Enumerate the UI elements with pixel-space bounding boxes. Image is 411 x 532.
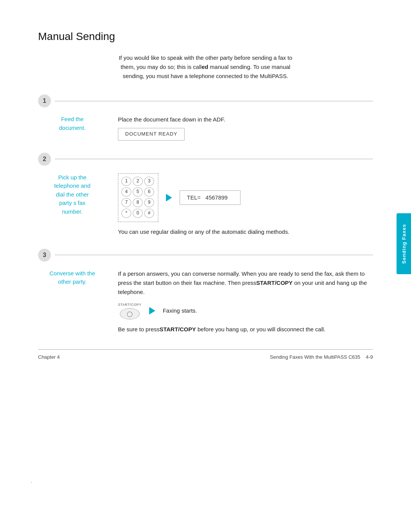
- step-2-label: Pick up thetelephone anddial the otherpa…: [42, 173, 103, 236]
- step-1-body: Place the document face down in the ADF.…: [118, 115, 373, 141]
- key-hash: #: [144, 209, 154, 218]
- doc-ready-box: DOCUMENT READY: [118, 128, 185, 141]
- side-tab-label: Sending Faxes: [401, 224, 407, 264]
- step3-visual: START/COPY ◯ Faxing starts.: [118, 302, 373, 320]
- side-tab: Sending Faxes: [397, 213, 411, 274]
- faxing-starts-text: Faxing starts.: [163, 306, 197, 315]
- step-3-body: If a person answers, you can converse no…: [118, 269, 373, 334]
- intro-text: If you would like to speak with the othe…: [38, 53, 373, 81]
- step2-arrow: [166, 194, 172, 201]
- step-2-header: 2: [38, 153, 373, 166]
- page-container: Sending Faxes Manual Sending If you woul…: [0, 0, 411, 532]
- step-2-body: 1 2 3 4 5 6 7 8 9 * 0 #: [118, 173, 373, 236]
- step3-main: If a person answers, you can converse no…: [118, 269, 373, 297]
- key-0: 0: [133, 209, 143, 218]
- key-6: 6: [144, 187, 154, 197]
- step-1-circle: 1: [38, 94, 51, 107]
- step-1-line: [55, 101, 373, 101]
- step-3-header: 3: [38, 249, 373, 262]
- step-2-circle: 2: [38, 153, 51, 166]
- key-2: 2: [133, 177, 143, 186]
- key-1: 1: [121, 177, 131, 186]
- tel-box: TEL= 4567899: [180, 190, 241, 205]
- oval-button: ◯: [120, 308, 140, 320]
- footer-title-page: Sending Faxes With the MultiPASS C635 4-…: [270, 354, 373, 360]
- keypad: 1 2 3 4 5 6 7 8 9 * 0 #: [118, 173, 158, 222]
- step3-note: Be sure to pressSTART/COPY before you ha…: [118, 325, 373, 334]
- key-8: 8: [133, 198, 143, 207]
- footer: Chapter 4 Sending Faxes With the MultiPA…: [38, 354, 373, 360]
- key-5: 5: [133, 187, 143, 197]
- step-1-label: Feed thedocument.: [42, 115, 103, 141]
- step2-visual: 1 2 3 4 5 6 7 8 9 * 0 #: [118, 173, 373, 222]
- step-1-section: 1 Feed thedocument. Place the document f…: [38, 94, 373, 141]
- start-copy-button-diagram: START/COPY ◯: [118, 302, 142, 320]
- key-4: 4: [121, 187, 131, 197]
- step-3-content: Converse with theother party. If a perso…: [38, 269, 373, 334]
- page-dot-marker: ·: [30, 478, 32, 486]
- step3-arrow: [149, 307, 155, 315]
- step-1-content: Feed thedocument. Place the document fac…: [38, 115, 373, 141]
- step-1-header: 1: [38, 94, 373, 107]
- key-9: 9: [144, 198, 154, 207]
- step-3-label: Converse with theother party.: [42, 269, 103, 334]
- footer-divider: [38, 349, 373, 350]
- page-title: Manual Sending: [38, 30, 373, 43]
- step-3-line: [55, 255, 373, 255]
- step2-note: You can use regular dialing or any of th…: [118, 227, 373, 236]
- key-star: *: [121, 209, 131, 218]
- key-7: 7: [121, 198, 131, 207]
- step-2-content: Pick up thetelephone anddial the otherpa…: [38, 173, 373, 236]
- step-3-section: 3 Converse with theother party. If a per…: [38, 249, 373, 334]
- step-3-circle: 3: [38, 249, 51, 262]
- step-2-line: [55, 159, 373, 159]
- key-3: 3: [144, 177, 154, 186]
- step-2-section: 2 Pick up thetelephone anddial the other…: [38, 153, 373, 236]
- footer-chapter: Chapter 4: [38, 354, 60, 360]
